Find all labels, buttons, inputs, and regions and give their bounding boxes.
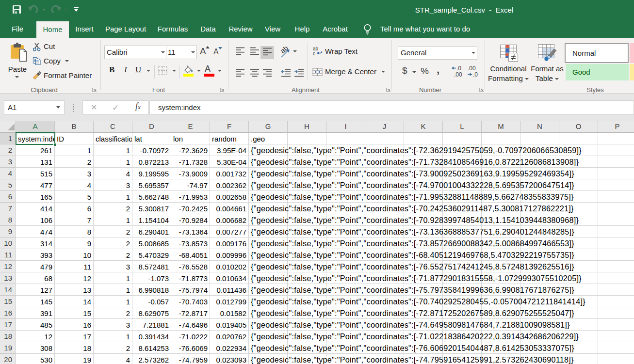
svg-text:c: c (313, 51, 315, 56)
svg-text:.00: .00 (454, 71, 462, 78)
svg-text:.0: .0 (473, 71, 478, 78)
